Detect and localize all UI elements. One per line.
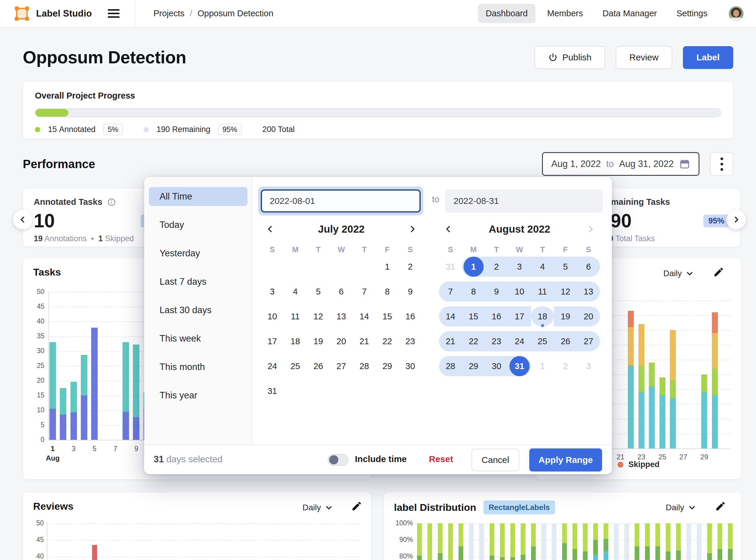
day-cell-31[interactable]: 31 (439, 257, 462, 277)
day-cell-20[interactable]: 20 (330, 331, 353, 351)
day-cell-10[interactable]: 10 (508, 281, 531, 302)
cancel-button[interactable]: Cancel (472, 449, 519, 471)
day-cell-28[interactable]: 28 (439, 356, 462, 376)
day-cell-10[interactable]: 10 (261, 306, 284, 326)
nav-item-dashboard[interactable]: Dashboard (478, 4, 536, 23)
day-cell-29[interactable]: 29 (462, 356, 485, 376)
day-cell-20[interactable]: 20 (577, 306, 600, 326)
day-cell-2[interactable]: 2 (554, 356, 577, 376)
day-cell-12[interactable]: 12 (554, 281, 577, 302)
day-cell-4[interactable]: 4 (284, 281, 307, 302)
day-cell-21[interactable]: 21 (439, 331, 462, 351)
day-cell-9[interactable]: 9 (399, 281, 422, 302)
day-cell-1[interactable]: 1 (462, 257, 485, 277)
day-cell-5[interactable]: 5 (554, 257, 577, 277)
day-cell-14[interactable]: 14 (439, 306, 462, 326)
preset-last-30-days[interactable]: Last 30 days (149, 301, 247, 320)
day-cell-8[interactable]: 8 (462, 281, 485, 302)
day-cell-18[interactable]: 18 (284, 331, 307, 351)
day-cell-2[interactable]: 2 (399, 257, 422, 277)
cal-aug-row: 14151617181920 (439, 304, 600, 329)
day-cell-25[interactable]: 25 (531, 331, 554, 351)
next-month-button[interactable] (406, 223, 419, 236)
day-cell-15[interactable]: 15 (376, 306, 399, 326)
carousel-prev-button[interactable] (13, 210, 33, 229)
nav-item-data-manager[interactable]: Data Manager (595, 4, 664, 23)
day-cell-25[interactable]: 25 (284, 356, 307, 376)
day-cell-15[interactable]: 15 (462, 306, 485, 326)
day-cell-3[interactable]: 3 (261, 281, 284, 302)
preset-this-week[interactable]: This week (149, 329, 247, 348)
carousel-next-button[interactable] (727, 210, 746, 229)
day-cell-31[interactable]: 31 (508, 356, 531, 376)
performance-menu-button[interactable] (710, 152, 733, 176)
day-cell-2[interactable]: 2 (485, 257, 508, 277)
day-cell-9[interactable]: 9 (485, 281, 508, 302)
preset-today[interactable]: Today (149, 216, 247, 235)
nav-item-settings[interactable]: Settings (669, 4, 715, 23)
breadcrumb-projects-link[interactable]: Projects (153, 8, 184, 18)
day-cell-8[interactable]: 8 (376, 281, 399, 302)
day-cell-17[interactable]: 17 (508, 306, 531, 326)
day-cell-3[interactable]: 3 (508, 257, 531, 277)
day-cell-6[interactable]: 6 (330, 281, 353, 302)
user-avatar[interactable] (729, 6, 743, 21)
day-cell-31[interactable]: 31 (261, 381, 284, 401)
day-cell-5[interactable]: 5 (307, 281, 330, 302)
review-button[interactable]: Review (616, 46, 672, 69)
day-number: 31 (262, 381, 282, 401)
publish-button[interactable]: Publish (535, 46, 605, 69)
day-cell-19[interactable]: 19 (554, 306, 577, 326)
day-cell-26[interactable]: 26 (307, 356, 330, 376)
day-cell-11[interactable]: 11 (531, 281, 554, 302)
day-cell-27[interactable]: 27 (330, 356, 353, 376)
day-cell-26[interactable]: 26 (554, 331, 577, 351)
day-cell-13[interactable]: 13 (330, 306, 353, 326)
day-cell-23[interactable]: 23 (399, 331, 422, 351)
include-time-toggle[interactable] (328, 454, 349, 466)
apply-range-button[interactable]: Apply Range (529, 448, 602, 472)
day-cell-17[interactable]: 17 (261, 331, 284, 351)
day-cell-22[interactable]: 22 (376, 331, 399, 351)
hamburger-menu-icon[interactable] (108, 7, 120, 20)
day-cell-3[interactable]: 3 (577, 356, 600, 376)
day-cell-24[interactable]: 24 (508, 331, 531, 351)
day-cell-4[interactable]: 4 (531, 257, 554, 277)
preset-all-time[interactable]: All Time (149, 187, 247, 206)
day-cell-14[interactable]: 14 (353, 306, 376, 326)
day-cell-29[interactable]: 29 (376, 356, 399, 376)
day-cell-16[interactable]: 16 (399, 306, 422, 326)
start-date-input[interactable] (261, 189, 421, 213)
day-cell-1[interactable]: 1 (531, 356, 554, 376)
day-cell-16[interactable]: 16 (485, 306, 508, 326)
day-cell-21[interactable]: 21 (353, 331, 376, 351)
day-cell-1[interactable]: 1 (376, 257, 399, 277)
day-cell-27[interactable]: 27 (577, 331, 600, 351)
preset-this-year[interactable]: This year (149, 386, 247, 405)
preset-last-7-days[interactable]: Last 7 days (149, 272, 247, 291)
prev-month-button[interactable] (264, 223, 277, 236)
day-cell-7[interactable]: 7 (439, 281, 462, 302)
preset-this-month[interactable]: This month (149, 358, 247, 377)
label-studio-logo-icon (15, 7, 28, 20)
day-cell-12[interactable]: 12 (307, 306, 330, 326)
day-cell-23[interactable]: 23 (485, 331, 508, 351)
label-button[interactable]: Label (683, 46, 733, 69)
day-cell-24[interactable]: 24 (261, 356, 284, 376)
date-range-control[interactable]: Aug 1, 2022 to Aug 31, 2022 (542, 152, 699, 176)
end-date-input[interactable] (445, 189, 603, 213)
day-cell-13[interactable]: 13 (577, 281, 600, 302)
prev-month-button[interactable] (442, 223, 455, 236)
day-cell-30[interactable]: 30 (485, 356, 508, 376)
day-cell-7[interactable]: 7 (353, 281, 376, 302)
day-cell-28[interactable]: 28 (353, 356, 376, 376)
day-cell-30[interactable]: 30 (399, 356, 422, 376)
day-cell-6[interactable]: 6 (577, 257, 600, 277)
preset-yesterday[interactable]: Yesterday (149, 244, 247, 263)
day-cell-22[interactable]: 22 (462, 331, 485, 351)
day-cell-18[interactable]: 18 (531, 306, 554, 326)
day-cell-11[interactable]: 11 (284, 306, 307, 326)
day-cell-19[interactable]: 19 (307, 331, 330, 351)
reset-link[interactable]: Reset (429, 454, 453, 464)
nav-item-members[interactable]: Members (540, 4, 591, 23)
